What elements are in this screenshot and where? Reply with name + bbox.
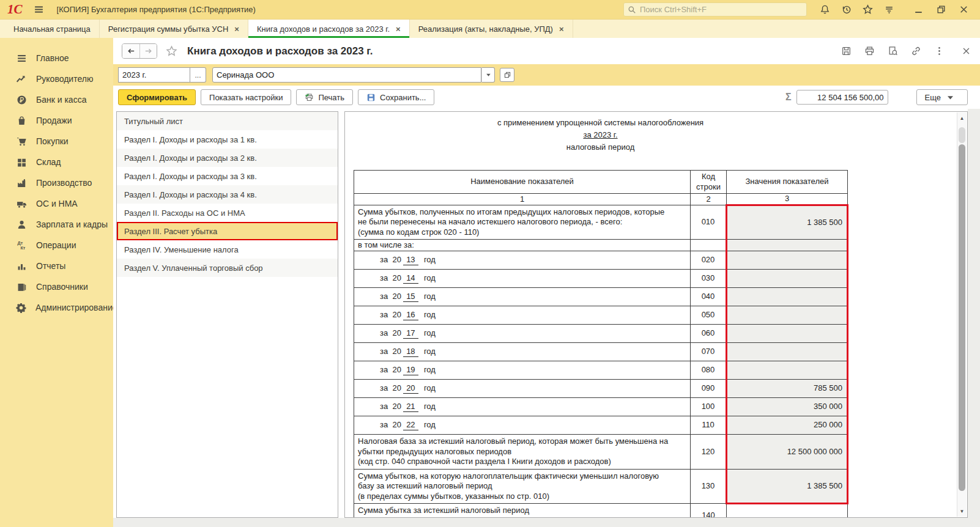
forward-button[interactable]: [139, 44, 157, 58]
save-report-icon[interactable]: [841, 46, 852, 56]
search-input[interactable]: [640, 5, 803, 14]
sidebar-item-cart[interactable]: Покупки: [0, 131, 113, 152]
tab-item[interactable]: Реализация (акты, накладные, УПД)×: [410, 20, 573, 38]
row-value-cell[interactable]: 350 000: [727, 398, 848, 416]
open-organization-button[interactable]: [500, 68, 514, 82]
sidebar-item-factory[interactable]: Производство: [0, 172, 113, 193]
history-icon[interactable]: [839, 3, 853, 17]
row-code-cell[interactable]: 100: [691, 398, 727, 416]
sidebar-item-books[interactable]: Справочники: [0, 276, 113, 297]
section-item[interactable]: Раздел IV. Уменьшение налога: [117, 240, 338, 259]
section-item[interactable]: Раздел I. Доходы и расходы за 1 кв.: [117, 130, 338, 149]
sidebar-item-dtkt[interactable]: ДтКтОперации: [0, 235, 113, 256]
sidebar-item-grid[interactable]: Склад: [0, 152, 113, 172]
row-value-cell[interactable]: [727, 361, 848, 380]
row-value-cell[interactable]: 785 500: [727, 380, 848, 398]
main-menu-icon[interactable]: [32, 3, 46, 17]
row-value-cell[interactable]: 12 500 000 000: [727, 435, 848, 470]
favorites-star-icon[interactable]: [861, 3, 874, 17]
indicator-name-cell[interactable]: Сумма убытка за истекший налоговый перио…: [354, 504, 691, 518]
scrollbar-thumb[interactable]: [959, 144, 965, 491]
period-input[interactable]: [118, 67, 190, 83]
row-code-cell[interactable]: 040: [691, 288, 727, 306]
indicator-name-cell[interactable]: за 2022год: [354, 416, 691, 435]
indicator-name-cell[interactable]: Налоговая база за истекший налоговый пер…: [354, 435, 691, 470]
vertical-scrollbar[interactable]: ▲ ▼: [957, 112, 967, 517]
indicator-name-cell[interactable]: за 2015год: [354, 288, 691, 306]
sidebar-item-menu[interactable]: Главное: [0, 48, 113, 68]
organization-input[interactable]: [212, 67, 481, 83]
get-link-icon[interactable]: [911, 46, 921, 56]
indicator-name-cell[interactable]: Сумма убытков, полученных по итогам пред…: [354, 205, 691, 240]
sidebar-item-truck[interactable]: ОС и НМА: [0, 193, 113, 214]
section-item[interactable]: Раздел II. Расходы на ОС и НМА: [117, 204, 338, 222]
indicator-name-cell[interactable]: за 2013год: [354, 251, 691, 270]
row-value-cell[interactable]: 250 000: [727, 416, 848, 435]
tab-item[interactable]: Начальная страница: [0, 20, 100, 38]
tab-item[interactable]: Регистрация суммы убытка УСН×: [100, 20, 248, 38]
minimize-icon[interactable]: [911, 3, 925, 17]
row-value-cell[interactable]: [727, 240, 848, 251]
back-button[interactable]: [122, 44, 139, 58]
organization-dropdown-button[interactable]: [481, 67, 495, 83]
close-window-icon[interactable]: [957, 3, 970, 17]
scrollbar-track-segment[interactable]: [959, 127, 965, 143]
sidebar-item-person[interactable]: Зарплата и кадры: [0, 214, 113, 235]
row-value-cell[interactable]: [727, 343, 848, 361]
row-code-cell[interactable]: 130: [691, 469, 727, 504]
more-actions-button[interactable]: Еще: [916, 89, 968, 105]
row-code-cell[interactable]: [691, 240, 727, 251]
row-code-cell[interactable]: 030: [691, 270, 727, 288]
indicator-name-cell[interactable]: за 2018год: [354, 343, 691, 361]
row-value-cell[interactable]: [727, 306, 848, 325]
section-item[interactable]: Раздел III. Расчет убытка: [117, 222, 338, 240]
all-functions-icon[interactable]: [882, 3, 896, 17]
generate-button[interactable]: Сформировать: [118, 89, 196, 105]
close-tab-icon[interactable]: [961, 46, 971, 56]
tab-active[interactable]: Книга доходов и расходов за 2023 г.×: [248, 20, 410, 38]
row-code-cell[interactable]: 080: [691, 361, 727, 380]
sidebar-item-bag[interactable]: Продажи: [0, 110, 113, 131]
indicator-name-cell[interactable]: за 2021год: [354, 398, 691, 416]
section-item[interactable]: Раздел I. Доходы и расходы за 3 кв.: [117, 167, 338, 185]
row-value-cell[interactable]: [727, 251, 848, 270]
row-code-cell[interactable]: 120: [691, 435, 727, 470]
row-value-cell[interactable]: [727, 288, 848, 306]
sidebar-item-gear[interactable]: Администрирование: [0, 297, 113, 318]
row-code-cell[interactable]: 140: [691, 504, 727, 518]
indicator-name-cell[interactable]: за 2017год: [354, 325, 691, 343]
save-button[interactable]: Сохранить...: [358, 89, 434, 105]
row-value-cell[interactable]: 1 385 500: [727, 469, 848, 504]
add-favorite-star-icon[interactable]: [166, 45, 177, 57]
period-choose-button[interactable]: ...: [190, 67, 206, 83]
section-item[interactable]: Раздел I. Доходы и расходы за 2 кв.: [117, 149, 338, 167]
print-button[interactable]: Печать: [296, 89, 353, 105]
scroll-up-icon[interactable]: ▲: [957, 114, 967, 122]
row-code-cell[interactable]: 110: [691, 416, 727, 435]
row-value-cell[interactable]: 1 385 500: [727, 205, 848, 240]
row-value-cell[interactable]: [727, 504, 848, 518]
section-item[interactable]: Раздел I. Доходы и расходы за 4 кв.: [117, 185, 338, 204]
global-search[interactable]: [623, 2, 807, 17]
indicator-name-cell[interactable]: за 2019год: [354, 361, 691, 380]
tab-close-icon[interactable]: ×: [559, 25, 564, 33]
row-value-cell[interactable]: [727, 270, 848, 288]
sidebar-item-ruble[interactable]: Банк и касса: [0, 89, 113, 110]
notifications-bell-icon[interactable]: [818, 3, 831, 17]
scroll-down-icon[interactable]: ▼: [957, 507, 967, 515]
show-settings-button[interactable]: Показать настройки: [201, 89, 291, 105]
tab-close-icon[interactable]: ×: [396, 25, 401, 33]
indicator-name-cell[interactable]: за 2014год: [354, 270, 691, 288]
section-item[interactable]: Титульный лист: [117, 112, 338, 130]
row-code-cell[interactable]: 090: [691, 380, 727, 398]
indicator-name-cell[interactable]: за 2020год: [354, 380, 691, 398]
indicator-name-cell[interactable]: в том числе за:: [354, 240, 691, 251]
indicator-name-cell[interactable]: за 2016год: [354, 306, 691, 325]
sidebar-item-trend[interactable]: Руководителю: [0, 68, 113, 89]
row-code-cell[interactable]: 070: [691, 343, 727, 361]
tab-close-icon[interactable]: ×: [234, 25, 239, 33]
row-code-cell[interactable]: 050: [691, 306, 727, 325]
print-report-icon[interactable]: [864, 46, 875, 56]
row-code-cell[interactable]: 060: [691, 325, 727, 343]
row-value-cell[interactable]: [727, 325, 848, 343]
